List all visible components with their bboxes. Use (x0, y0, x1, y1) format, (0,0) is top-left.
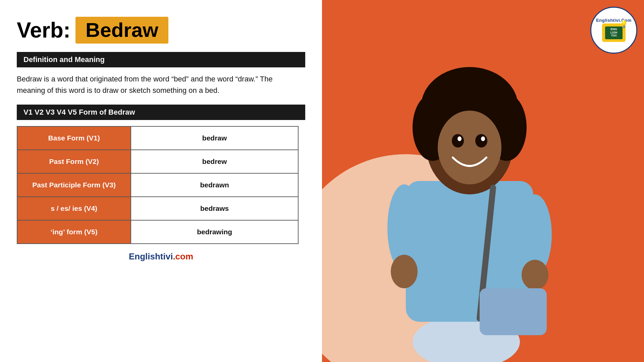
table-label-4: ‘ing’ form (V5) (17, 220, 131, 244)
verb-word: Bedraw (86, 19, 158, 41)
table-row: Past Form (V2) bedrew (17, 150, 298, 173)
person-svg (339, 34, 607, 362)
table-value-0: bedraw (131, 126, 298, 150)
bulb-icon: 💡 (620, 20, 628, 28)
table-row: ‘ing’ form (V5) bedrawing (17, 220, 298, 244)
logo-tv-screen: ENGLISHTIVI (605, 26, 623, 39)
table-row: Base Form (V1) bedraw (17, 126, 298, 150)
table-value-3: bedraws (131, 197, 298, 220)
verb-forms-table: Base Form (V1) bedraw Past Form (V2) bed… (17, 126, 299, 244)
svg-rect-17 (480, 288, 547, 335)
table-row: Past Participle Form (V3) bedrawn (17, 173, 298, 197)
title-row: Verb: Bedraw (17, 17, 305, 44)
verb-word-box: Bedraw (75, 17, 168, 44)
svg-point-7 (438, 111, 501, 184)
left-panel: Verb: Bedraw Definition and Meaning Bedr… (0, 0, 322, 362)
logo-screen-text: ENGLISHTIVI (610, 28, 618, 38)
svg-point-10 (458, 136, 462, 141)
table-label-1: Past Form (V2) (17, 150, 131, 173)
definition-heading: Definition and Meaning (17, 52, 305, 67)
person-image (339, 34, 607, 362)
definition-text: Bedraw is a word that originated from th… (17, 73, 299, 96)
table-label-2: Past Participle Form (V3) (17, 173, 131, 197)
svg-point-11 (481, 136, 485, 141)
table-label-0: Base Form (V1) (17, 126, 131, 150)
svg-point-15 (391, 255, 418, 288)
logo-tv: ENGLISHTIVI 💡 (602, 23, 626, 42)
table-label-3: s / es/ ies (V4) (17, 197, 131, 220)
right-panel: Englishtivi.Com ENGLISHTIVI 💡 (322, 0, 644, 362)
table-value-2: bedrawn (131, 173, 298, 197)
svg-point-16 (522, 260, 548, 290)
forms-heading: V1 V2 V3 V4 V5 Form of Bedraw (17, 105, 305, 120)
svg-point-9 (475, 134, 487, 147)
svg-point-8 (452, 134, 464, 147)
footer-brand-red: .com (173, 251, 193, 261)
table-value-1: bedrew (131, 150, 298, 173)
footer-brand-blue: Englishtivi (129, 251, 173, 261)
table-value-4: bedrawing (131, 220, 298, 244)
footer-brand: Englishtivi.com (17, 251, 305, 262)
table-row: s / es/ ies (V4) bedraws (17, 197, 298, 220)
logo-circle: Englishtivi.Com ENGLISHTIVI 💡 (590, 7, 637, 54)
verb-label: Verb: (17, 19, 70, 41)
